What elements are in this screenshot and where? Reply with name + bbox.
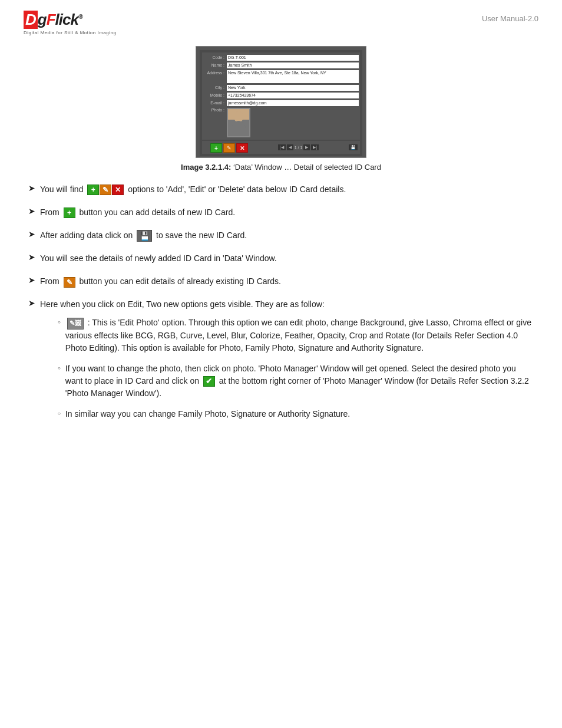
sub-bullet-text-3: In similar way you can change Family Pho… — [65, 408, 350, 420]
content: ➤ You will find + ✎ ✕ options to 'Add', … — [0, 183, 562, 429]
bullet-text-2: From + button you can add details of new… — [40, 206, 235, 219]
caption-rest: ‘Data’ Window … Detail of selected ID Ca… — [231, 163, 381, 172]
photo-box — [227, 108, 250, 137]
screenshot-area: Code : DG-T-001 Name : James Smith Addre… — [0, 46, 562, 158]
logo-subtitle: Digital Media for Still & Motion Imaging — [24, 30, 116, 35]
photo-section: Photo : — [203, 108, 359, 137]
bullet-text-1: You will find + ✎ ✕ options to 'Add', 'E… — [40, 183, 346, 196]
bullet-arrow-2: ➤ — [28, 206, 35, 216]
bullet-arrow-3: ➤ — [28, 229, 35, 239]
bullet-arrow-1: ➤ — [28, 183, 35, 193]
sub-bullet-circle-2: ○ — [58, 365, 61, 372]
sub-bullet-2: ○ If you want to change the photo, then … — [58, 363, 534, 400]
name-value: James Smith — [227, 62, 359, 68]
add-only-icon[interactable]: + — [64, 207, 75, 218]
address-row: Address : New Steven Villa,301 7th Ave, … — [203, 70, 359, 83]
logo: DgFlick® — [24, 11, 82, 29]
sub-bullet-circle-1: ○ — [58, 319, 61, 326]
bullet-arrow-4: ➤ — [28, 252, 35, 262]
address-value: New Steven Villa,301 7th Ave, Ste 18a, N… — [227, 70, 359, 83]
add-only-group: + — [64, 207, 75, 218]
add-button-screenshot[interactable]: + — [210, 143, 222, 153]
logo-gflick: gFlick® — [38, 11, 82, 29]
bullet-text-3: After adding data click on 💾 to save the… — [40, 229, 247, 242]
bullet-text-6: Here when you click on Edit, Two new opt… — [40, 298, 534, 428]
image-caption: Image 3.2.1.4: ‘Data’ Window … Detail of… — [0, 163, 562, 172]
address-label: Address : — [203, 70, 224, 75]
city-row: City : New York — [203, 85, 359, 91]
bullet-item-5: ➤ From ✎ button you can edit details of … — [28, 275, 534, 288]
logo-d-letter: D — [24, 11, 38, 29]
edit-icon-inline[interactable]: ✎ — [100, 185, 111, 195]
bullet-item-1: ➤ You will find + ✎ ✕ options to 'Add', … — [28, 183, 534, 196]
screenshot-box: Code : DG-T-001 Name : James Smith Addre… — [196, 46, 366, 158]
name-label: Name : — [203, 62, 224, 67]
code-row: Code : DG-T-001 — [203, 55, 359, 61]
bullet-item-6: ➤ Here when you click on Edit, Two new o… — [28, 298, 534, 428]
name-row: Name : James Smith — [203, 62, 359, 68]
mobile-value: +17325423674 — [227, 93, 359, 98]
sub-bullets: ○ ✎🖼 : This is 'Edit Photo' option. Thro… — [40, 317, 534, 420]
delete-button-screenshot[interactable]: ✕ — [236, 143, 248, 153]
bullet-text-5: From ✎ button you can edit details of al… — [40, 275, 281, 288]
sub-bullet-1: ○ ✎🖼 : This is 'Edit Photo' option. Thro… — [58, 317, 534, 354]
person-photo — [228, 109, 249, 136]
email-value: jamessmith@dg.com — [227, 100, 359, 106]
mobile-label: Mobile : — [203, 93, 224, 97]
manual-version: User Manual-2.0 — [482, 14, 538, 23]
add-edit-delete-group: + ✎ ✕ — [87, 185, 124, 195]
nav-last[interactable]: ▶| — [311, 144, 319, 150]
bullet-item-3: ➤ After adding data click on 💾 to save t… — [28, 229, 534, 242]
city-value: New York — [227, 85, 359, 91]
nav-count: 1 / 1 — [295, 146, 303, 150]
bullet-text-4: You will see the details of newly added … — [40, 252, 277, 265]
add-icon-inline[interactable]: + — [87, 185, 99, 195]
email-label: E-mail : — [203, 100, 224, 105]
edit-photo-icon-group: ✎🖼 — [67, 318, 84, 330]
action-buttons-row: + ✎ ✕ — [210, 143, 248, 153]
sub-bullet-3: ○ In similar way you can change Family P… — [58, 408, 534, 420]
sub-bullet-text-2: If you want to change the photo, then cl… — [65, 363, 534, 400]
nav-prev[interactable]: ◀ — [287, 144, 293, 150]
save-group: 💾 — [137, 230, 152, 242]
edit-photo-icon[interactable]: ✎🖼 — [67, 318, 84, 330]
data-window-screenshot: Code : DG-T-001 Name : James Smith Addre… — [200, 50, 362, 156]
code-value: DG-T-001 — [227, 55, 359, 61]
bullet-arrow-6: ➤ — [28, 298, 35, 308]
nav-controls: |◀ ◀ 1 / 1 ▶ ▶| — [278, 144, 319, 150]
delete-icon-inline[interactable]: ✕ — [112, 185, 124, 195]
nav-next[interactable]: ▶ — [303, 144, 310, 150]
city-label: City : — [203, 85, 224, 90]
screenshot-bottom: + ✎ ✕ |◀ ◀ 1 / 1 ▶ ▶| 💾 — [202, 141, 360, 154]
form-rows: Code : DG-T-001 Name : James Smith Addre… — [202, 52, 360, 140]
caption-bold: Image 3.2.1.4: — [181, 163, 231, 172]
edit-only-group: ✎ — [64, 277, 75, 288]
nav-save-icon[interactable]: 💾 — [349, 144, 358, 150]
header: DgFlick® Digital Media for Still & Motio… — [0, 0, 562, 35]
check-icon-group: ✔ — [203, 376, 215, 387]
bullet-arrow-5: ➤ — [28, 275, 35, 285]
sub-bullet-text-1: ✎🖼 : This is 'Edit Photo' option. Throug… — [65, 317, 534, 354]
sub-bullet-circle-3: ○ — [58, 410, 61, 417]
logo-box: DgFlick® Digital Media for Still & Motio… — [24, 11, 116, 35]
bullet-item-4: ➤ You will see the details of newly adde… — [28, 252, 534, 265]
email-row: E-mail : jamessmith@dg.com — [203, 100, 359, 106]
save-icon-inline[interactable]: 💾 — [137, 230, 152, 242]
check-icon-inline[interactable]: ✔ — [203, 376, 215, 387]
code-label: Code : — [203, 55, 224, 60]
bullet-item-2: ➤ From + button you can add details of n… — [28, 206, 534, 219]
nav-first[interactable]: |◀ — [278, 144, 286, 150]
edit-only-icon[interactable]: ✎ — [64, 277, 75, 288]
mobile-row: Mobile : +17325423674 — [203, 93, 359, 98]
edit-button-screenshot[interactable]: ✎ — [223, 143, 235, 153]
photo-label: Photo : — [203, 108, 224, 112]
